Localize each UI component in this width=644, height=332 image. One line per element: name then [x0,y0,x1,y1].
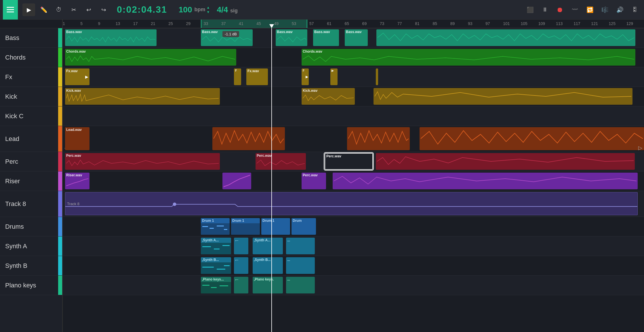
ruler-mark: 125 [609,21,616,26]
track-label-drums[interactable]: Drums [0,217,62,236]
ruler-mark: 17 [133,21,138,26]
clip-bass-2[interactable]: Bass.wav [201,29,253,46]
clip-bass-3[interactable]: Bass.wav [276,29,307,46]
pencil-tool-button[interactable]: ✏️ [37,3,50,16]
track-row-fx[interactable]: Fx.wav ▶ F Fx.wav F ▶ ▶ [63,67,644,87]
ruler-mark: 53 [292,21,296,26]
track-row-kick[interactable]: Kick.wav Kick.wav [63,87,644,106]
scissors-tool-button[interactable]: ✂ [67,3,80,16]
clip-synthb-3[interactable]: ,Synth B... [253,257,283,274]
clip-synthb-1[interactable]: ,Synth B... [201,257,231,274]
clip-chords-1[interactable]: Chords.wav [65,49,236,66]
clip-track8-volume[interactable]: Track 8 [65,192,638,215]
clip-drums-3[interactable]: Drum 1 [261,218,290,235]
time-display: 0:02:04.31 [117,4,167,15]
track-label-kickc[interactable]: Kick C [0,106,62,126]
track-row-drums[interactable]: Drum 1 Drum 1 Drum 1 [63,217,644,236]
ruler-mark: 41 [239,21,243,26]
clip-riser-4[interactable] [333,173,638,189]
loop-button[interactable]: 🔁 [584,3,596,16]
clip-lead-1[interactable]: Lead.wav [65,127,89,150]
clip-planokeys-1[interactable]: ,Plano keys... [201,277,231,293]
track-list: Bass Chords Fx Kick Kick C Lead Perc Ri [0,20,63,332]
clip-perc-1[interactable]: Perc.wav [65,153,220,170]
clip-drums-4[interactable]: Drum [291,218,316,235]
metronome-button[interactable]: ⏱ [52,3,65,16]
clip-bass-6[interactable] [376,29,635,46]
track-label-syntha[interactable]: Synth A [0,236,62,256]
clip-riser-3[interactable]: Perc.wav [302,173,326,189]
track-label-planokeys[interactable]: Plano keys [0,276,62,295]
bpm-display: 100 bpm ▲▼ [179,5,210,14]
clip-fx-2[interactable]: F [234,68,241,85]
bpm-arrows[interactable]: ▲▼ [207,5,210,14]
track-row-synthb[interactable]: ,Synth B... ,... ,Synth B... ... [63,256,644,276]
automation-button[interactable]: 〰 [569,3,581,16]
track-label-perc[interactable]: Perc [0,152,62,171]
clip-planokeys-3[interactable]: ,Plano keys. [253,277,283,293]
track-row-riser[interactable]: Riser.wav Perc.wav [63,171,644,191]
mixer-button[interactable]: 🎛 [628,3,641,16]
clip-fx-4[interactable]: F ▶ [302,68,309,85]
track-row-kickc[interactable] [63,106,644,126]
clip-fx-3[interactable]: Fx.wav [246,68,268,85]
clip-lead-3[interactable] [347,127,410,150]
select-tool-button[interactable]: ▶ [22,3,35,16]
clip-planokeys-2[interactable]: ,... [234,277,248,293]
undo-button[interactable]: ↩ [82,3,95,16]
clip-chords-2[interactable]: Chords.wav [302,49,635,66]
clip-syntha-3[interactable]: ,Synth A... [253,238,283,254]
stop-button[interactable]: ⬛ [524,3,536,16]
clip-perc-4[interactable] [376,153,635,170]
clip-synthb-2[interactable]: ,... [234,257,248,274]
clip-synthb-4[interactable]: ... [286,257,315,274]
ruler-mark: 89 [450,21,455,26]
clip-fx-5[interactable]: ▶ [330,68,338,85]
clip-perc-2[interactable]: Perc.wav [256,153,306,170]
track-row-chords[interactable]: Chords.wav Chords.wav [63,48,644,67]
clip-fx-1[interactable]: Fx.wav ▶ [65,68,89,85]
redo-button[interactable]: ↪ [97,3,110,16]
clip-riser-2[interactable] [222,173,251,189]
ruler-mark: 29 [186,21,190,26]
clip-lead-2[interactable] [212,127,285,150]
clip-bass-1[interactable]: Bass.wav [65,29,157,46]
clip-drums-1[interactable]: Drum 1 [201,218,230,235]
menu-button[interactable] [3,0,18,20]
ruler-mark: 65 [344,21,349,26]
clip-kick-1[interactable]: Kick.wav [65,88,220,105]
track-label-bass[interactable]: Bass [0,28,62,48]
clip-kick-2[interactable]: Kick.wav [302,88,355,105]
clip-fx-6[interactable] [376,68,378,85]
clip-syntha-1[interactable]: ,Synth A... [201,238,231,254]
track-row-track8[interactable]: Track 8 [63,191,644,217]
track-label-track8[interactable]: Track 8 [0,191,62,217]
record-button[interactable]: ⏺ [554,3,566,16]
clip-syntha-2[interactable]: ,... [234,238,248,254]
score-button[interactable]: 🎼 [599,3,611,16]
ruler-mark: 57 [309,21,314,26]
track-row-bass[interactable]: Bass.wav Bass.wav Bass.wav [63,28,644,48]
track-row-lead[interactable]: ◁ Lead.wav ▷ [63,126,644,152]
track-label-lead[interactable]: Lead [0,126,62,152]
clip-drums-2[interactable]: Drum 1 [231,218,260,235]
clip-planokeys-4[interactable]: ... [286,277,315,293]
track-label-fx[interactable]: Fx [0,67,62,87]
track-label-synthb[interactable]: Synth B [0,256,62,276]
track-label-riser[interactable]: Riser [0,171,62,191]
track-row-planokeys[interactable]: ,Plano keys... ,... ,Plano keys. ... [63,276,644,295]
audio-button[interactable]: 🔊 [613,3,626,16]
clip-riser-1[interactable]: Riser.wav [65,173,89,189]
clip-perc-3[interactable]: Perc.wav [325,153,373,170]
clip-lead-4[interactable] [420,127,644,150]
pause-button[interactable]: ⏸ [539,3,551,16]
clip-kick-3[interactable] [374,88,632,105]
clip-bass-5[interactable]: Bass.wav [345,29,368,46]
track-row-perc[interactable]: Perc.wav Perc.wav Perc.wav [63,152,644,171]
track-label-chords[interactable]: Chords [0,48,62,67]
timeline-area[interactable]: // Ruler marks will be rendered by JS be… [63,20,644,332]
clip-bass-4[interactable]: Bass.wav [313,29,339,46]
track-row-syntha[interactable]: ,Synth A... ,... ,Synth A... ... [63,236,644,256]
clip-syntha-4[interactable]: ... [286,238,315,254]
track-label-kick[interactable]: Kick [0,87,62,106]
